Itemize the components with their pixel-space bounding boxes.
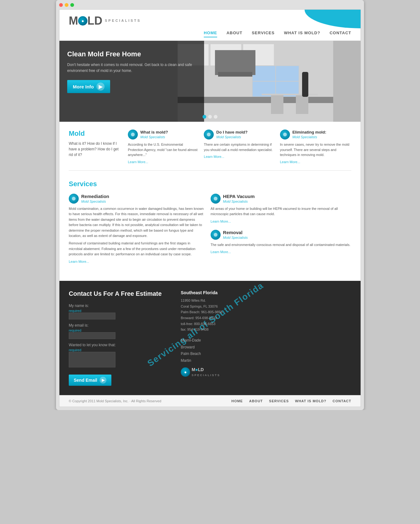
bottom-nav-about[interactable]: ABOUT [249, 399, 263, 403]
hepa-learn-more[interactable]: Learn More... [211, 220, 231, 223]
maximize-button-dot[interactable] [70, 3, 74, 7]
mold-card-1: What is mold? Mold Specialists According… [128, 130, 199, 164]
card-3-icon [280, 130, 290, 139]
address-line-6: fax: 954-419-9408 [181, 327, 351, 333]
card-3-title-block: Eliminating mold: Mold Specialists [292, 130, 326, 139]
logo-icon: ● [78, 16, 87, 26]
remediation-title-block: Remediation Mold Specialists [81, 194, 109, 204]
svg-rect-13 [296, 95, 308, 114]
svg-rect-14 [302, 72, 308, 97]
nav-services[interactable]: SERVICES [252, 31, 275, 37]
southeast-title: Southeast Florida [181, 290, 351, 295]
footer-logo-icon: ● [181, 367, 190, 377]
card-2-icon [204, 130, 214, 139]
contact-title: Contact Us For A Free Estimate [69, 290, 162, 297]
service-hepa: HEPA Vacuum Mold Specialists All areas o… [211, 194, 351, 224]
card-2-text: There are certain symptoms in determinin… [204, 142, 275, 152]
address-line-3: Palm Beach: 961-805-9858 [181, 309, 351, 315]
service-removal: Removal Mold Specialists The safe and en… [211, 230, 351, 254]
slider-dot-2[interactable] [208, 115, 212, 119]
slider-dot-3[interactable] [214, 115, 217, 119]
card-1-header: What is mold? Mold Specialists [128, 130, 199, 139]
name-input[interactable] [69, 313, 115, 319]
card-1-title: What is mold? [140, 130, 168, 135]
send-email-label: Send Email [74, 378, 97, 383]
removal-title-block: Removal Mold Specialists [223, 230, 248, 240]
mold-section: Mold What is it? How do I know if I have… [69, 130, 351, 171]
address-line-4: Broward: 954-698-0033 [181, 315, 351, 321]
slider-dots [203, 115, 217, 119]
hepa-text: All areas of your home or building will … [211, 206, 351, 217]
address-line-5: toll-free: 800-838-6653 [181, 321, 351, 327]
more-info-arrow-icon: ▶ [96, 83, 105, 91]
nav-contact[interactable]: CONTACT [329, 31, 351, 37]
hepa-icon [211, 194, 221, 204]
service-areas: Miami-Dade Broward Palm Beach Martin [181, 337, 351, 364]
card-2-title: Do I have mold? [216, 130, 247, 135]
bottom-nav: HOME ABOUT SERVICES WHAT IS MOLD? CONTAC… [231, 399, 351, 403]
remediation-title: Remediation [81, 194, 109, 199]
slider-dot-1[interactable] [203, 115, 206, 119]
hepa-subtitle: Mold Specialists [223, 200, 248, 203]
browser-toolbar [59, 3, 361, 7]
site-header: M ● LD SPECIALISTS HOME ABOUT SERVICES W… [59, 10, 361, 41]
message-required: required [69, 348, 162, 352]
hero-description: Don't hesitate when it comes to mold rem… [67, 62, 196, 74]
bottom-nav-home[interactable]: HOME [231, 399, 243, 403]
remediation-text1: Mold contamination, a common occurrence … [69, 206, 204, 239]
removal-learn-more[interactable]: Learn More... [211, 250, 231, 254]
bottom-nav-what-is-mold[interactable]: WHAT IS MOLD? [295, 399, 326, 403]
bottom-nav-contact[interactable]: CONTACT [333, 399, 351, 403]
nav-what-is-mold[interactable]: WHAT IS MOLD? [284, 31, 320, 37]
svg-rect-9 [215, 50, 255, 75]
card-1-learn-more[interactable]: Learn More... [128, 160, 148, 164]
card-2-learn-more[interactable]: Learn More... [204, 155, 224, 158]
area-2: Broward [181, 344, 351, 351]
svg-rect-10 [218, 72, 252, 77]
hepa-header: HEPA Vacuum Mold Specialists [211, 194, 351, 204]
remediation-header: Remediation Mold Specialists [69, 194, 204, 204]
card-3-text: In severe cases, never try to remove the… [280, 142, 351, 158]
card-3-subtitle: Mold Specialists [292, 135, 317, 139]
logo-m: M [69, 14, 78, 27]
removal-subtitle: Mold Specialists [223, 236, 248, 239]
email-required: required [69, 328, 162, 332]
message-field-row: Wanted to let you know that: required [69, 343, 162, 368]
more-info-button[interactable]: More Info ▶ [67, 80, 110, 93]
name-label: My name is: [69, 304, 162, 308]
message-label: Wanted to let you know that: [69, 343, 162, 347]
remediation-learn-more[interactable]: Learn More... [69, 260, 89, 263]
more-info-label: More Info [73, 84, 94, 89]
bottom-nav-services[interactable]: SERVICES [269, 399, 289, 403]
address-line-1: 11950 Wiles Rd. [181, 298, 351, 304]
card-3-learn-more[interactable]: Learn More... [280, 160, 300, 164]
svg-rect-11 [262, 94, 318, 95]
contact-address: 11950 Wiles Rd. Coral Springs, FL 33076 … [181, 298, 351, 333]
close-button-dot[interactable] [59, 3, 63, 7]
hero-overlay: Clean Mold Free Home Don't hesitate when… [59, 41, 204, 122]
remediation-icon [69, 194, 79, 204]
nav-home[interactable]: HOME [204, 31, 217, 37]
mold-cards: What is mold? Mold Specialists According… [128, 130, 351, 164]
main-content: Mold What is it? How do I know if I have… [59, 122, 361, 281]
card-2-title-block: Do I have mold? Mold Specialists [216, 130, 247, 139]
message-textarea[interactable] [69, 352, 115, 367]
svg-rect-12 [271, 95, 283, 114]
mold-card-2: Do I have mold? Mold Specialists There a… [204, 130, 275, 164]
removal-header: Removal Mold Specialists [211, 230, 351, 240]
service-remediation: Remediation Mold Specialists Mold contam… [69, 194, 204, 264]
nav-about[interactable]: ABOUT [226, 31, 242, 37]
area-4: Martin [181, 357, 351, 364]
header-top: M ● LD SPECIALISTS [59, 10, 361, 27]
services-grid: Remediation Mold Specialists Mold contam… [69, 194, 351, 264]
minimize-button-dot[interactable] [65, 3, 68, 7]
email-input[interactable] [69, 332, 115, 339]
email-field-row: My email is: required [69, 323, 162, 339]
removal-title: Removal [223, 230, 248, 235]
hero-slider: Clean Mold Free Home Don't hesitate when… [59, 41, 361, 122]
send-email-button[interactable]: Send Email ▶ [69, 375, 111, 386]
footer-contact-section: Contact Us For A Free Estimate My name i… [59, 281, 361, 395]
card-1-subtitle: Mold Specialists [140, 135, 165, 139]
hepa-title-block: HEPA Vacuum Mold Specialists [223, 194, 255, 204]
logo[interactable]: M ● LD [69, 14, 102, 27]
